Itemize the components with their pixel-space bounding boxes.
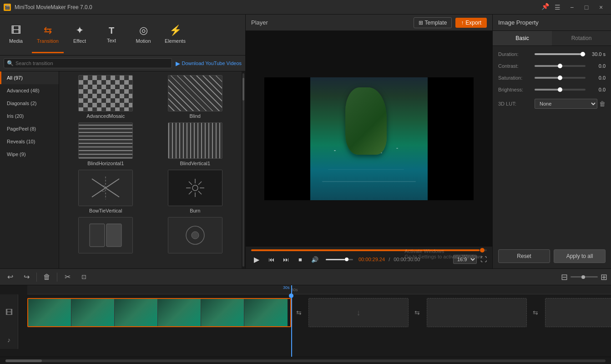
list-item[interactable]: BlindVertical1 xyxy=(152,122,238,166)
svg-line-14 xyxy=(198,182,202,185)
prev-button[interactable]: ⏮ xyxy=(266,254,277,265)
player-header: Player ⊞ Template ↑ Export xyxy=(246,15,492,31)
transition-button-1[interactable]: ⇆ xyxy=(292,298,306,327)
reset-button[interactable]: Reset xyxy=(498,249,550,263)
list-item[interactable] xyxy=(63,217,149,255)
list-item[interactable]: AdvancedMosaic xyxy=(63,75,149,119)
transition-thumb-nav2[interactable] xyxy=(168,217,222,253)
zoom-plus-button[interactable]: ⊞ xyxy=(601,272,607,282)
stop-button[interactable]: ■ xyxy=(295,254,306,265)
crop-button[interactable]: ⊡ xyxy=(77,271,90,283)
duration-row: Duration: 30.0 s xyxy=(498,51,606,57)
sidebar-item-iris[interactable]: Iris (20) xyxy=(0,110,59,122)
list-item[interactable]: BlindHorizontal1 xyxy=(63,122,149,166)
toolbar-transition-label: Transition xyxy=(37,38,59,44)
export-button[interactable]: ↑ Export xyxy=(455,18,487,28)
tab-basic[interactable]: Basic xyxy=(493,31,552,46)
toolbar-separator-2 xyxy=(57,273,57,282)
brightness-value: 0.0 xyxy=(589,87,606,92)
transition-thumb-blindh1[interactable] xyxy=(78,122,133,159)
template-button[interactable]: ⊞ Template xyxy=(414,17,452,28)
tab-rotation[interactable]: Rotation xyxy=(552,31,611,46)
contrast-slider[interactable] xyxy=(535,65,586,67)
redo-button[interactable]: ↪ xyxy=(20,271,33,283)
play-button[interactable]: ▶ xyxy=(251,254,262,265)
delete-button[interactable]: 🗑 xyxy=(40,271,53,283)
search-bar: 🔍 ▶ Download YouTube Videos xyxy=(0,56,245,71)
minimize-button[interactable]: − xyxy=(566,3,578,12)
transition-button-3[interactable]: ⇆ xyxy=(529,298,542,327)
transitions-grid: AdvancedMosaic Blind Blind xyxy=(59,71,242,268)
elements-icon: ⚡ xyxy=(169,25,182,36)
cut-button[interactable]: ✂ xyxy=(61,271,74,283)
volume-slider[interactable] xyxy=(326,259,353,260)
toolbar-item-elements[interactable]: ⚡ Elements xyxy=(159,17,191,53)
template-label: Template xyxy=(425,20,447,26)
transitions-scrollbar[interactable] xyxy=(242,71,245,268)
apply-to-all-button[interactable]: Apply to all xyxy=(554,249,606,263)
video-clip[interactable] xyxy=(27,298,291,327)
toolbar-item-media[interactable]: 🎞 Media xyxy=(0,17,32,53)
timeline-ruler: 30s xyxy=(27,285,611,294)
sidebar-item-diagonals[interactable]: Diagonals (2) xyxy=(0,97,59,110)
lut-delete-button[interactable]: 🗑 xyxy=(599,100,606,107)
transition-thumb-burn[interactable] xyxy=(168,170,222,206)
player-header-actions: ⊞ Template ↑ Export xyxy=(414,17,487,28)
undo-button[interactable]: ↩ xyxy=(4,271,16,283)
toolbar-media-label: Media xyxy=(9,38,23,44)
transition-thumb-nav1[interactable] xyxy=(78,217,133,253)
duration-slider[interactable] xyxy=(535,53,586,55)
sidebar-item-all[interactable]: All (97) xyxy=(0,71,59,84)
list-item[interactable] xyxy=(152,217,238,255)
volume-button[interactable]: 🔊 xyxy=(309,254,320,265)
toolbar-item-effect[interactable]: ✦ Effect xyxy=(64,17,96,53)
transition-thumb-bowtie[interactable]: ↔ ↔ xyxy=(78,170,133,206)
lut-select[interactable]: None xyxy=(535,99,597,109)
svg-text:↔: ↔ xyxy=(101,183,106,188)
bottom-scrollbar[interactable] xyxy=(0,357,611,364)
progress-bar[interactable] xyxy=(251,249,487,251)
clip-frame-3 xyxy=(115,299,158,326)
sidebar-item-advanced[interactable]: Advanced (48) xyxy=(0,84,59,97)
sidebar-item-reveals[interactable]: Reveals (10) xyxy=(0,135,59,148)
playhead[interactable]: 30s xyxy=(291,285,292,357)
timeline-placeholder-2[interactable] xyxy=(427,298,527,327)
toolbar-item-motion[interactable]: ◎ Motion xyxy=(127,17,159,53)
search-input-wrap[interactable]: 🔍 xyxy=(4,58,172,68)
list-item[interactable]: ↔ ↔ BowTieVertical xyxy=(63,170,149,213)
transition-thumb-blindv1[interactable] xyxy=(168,122,222,159)
ruler-mark-30s: 30s xyxy=(291,288,298,292)
aspect-ratio-select[interactable]: 16:9 4:3 1:1 9:16 xyxy=(453,255,477,264)
zoom-minus-button[interactable]: ⊟ xyxy=(561,272,568,282)
fullscreen-button[interactable]: ⛶ xyxy=(480,256,487,263)
sidebar-item-pagepeel[interactable]: PagePeel (8) xyxy=(0,122,59,135)
pin-icon[interactable]: 📌 xyxy=(541,3,549,12)
svg-point-19 xyxy=(192,232,199,239)
transition-button-2[interactable]: ⇆ xyxy=(410,298,424,327)
list-item[interactable]: Burn xyxy=(152,170,238,213)
brightness-fill xyxy=(535,89,560,91)
toolbar-item-transition[interactable]: ⇆ Transition xyxy=(32,17,64,53)
search-input[interactable] xyxy=(15,61,169,66)
lut-label: 3D LUT: xyxy=(498,101,531,106)
download-icon-tl: ↓ xyxy=(357,308,361,318)
timeline-placeholder-1[interactable]: ↓ xyxy=(308,298,409,327)
lut-row: 3D LUT: None 🗑 xyxy=(498,99,606,109)
volume-control[interactable] xyxy=(326,259,353,260)
timeline-area: ↩ ↪ 🗑 ✂ ⊡ ⊟ ⊞ 30s 30s xyxy=(0,268,611,364)
timeline-placeholder-3[interactable] xyxy=(545,298,611,327)
list-item[interactable]: Blind xyxy=(152,75,238,119)
toolbar-item-text[interactable]: T Text xyxy=(96,17,127,53)
next-button[interactable]: ⏭ xyxy=(280,254,291,265)
transition-thumb-blind[interactable] xyxy=(168,75,222,111)
brightness-slider[interactable] xyxy=(535,89,586,91)
close-button[interactable]: × xyxy=(595,3,607,12)
download-link[interactable]: ▶ Download YouTube Videos xyxy=(176,60,242,67)
horizontal-scrollbar[interactable] xyxy=(5,359,606,362)
zoom-slider[interactable] xyxy=(571,276,598,278)
maximize-button[interactable]: □ xyxy=(580,3,593,12)
transition-thumb-advancedmosaic[interactable] xyxy=(78,75,133,111)
sidebar-item-wipe[interactable]: Wipe (9) xyxy=(0,148,59,161)
menu-button[interactable]: ☰ xyxy=(551,3,564,12)
saturation-slider[interactable] xyxy=(535,77,586,79)
